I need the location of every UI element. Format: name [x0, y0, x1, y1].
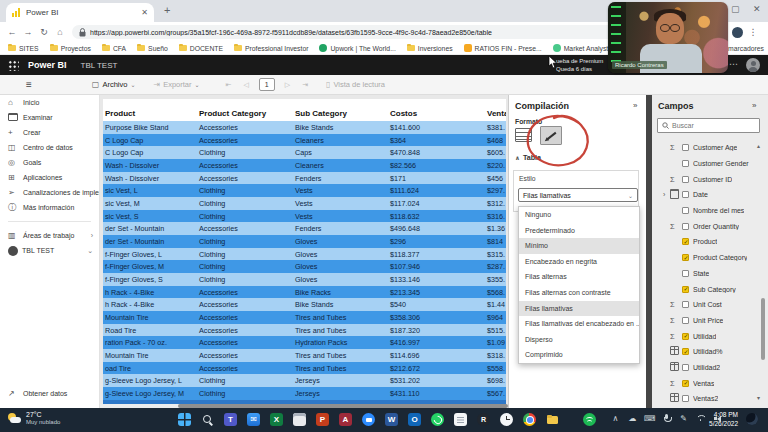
expander-icon[interactable] — [663, 317, 670, 324]
table-row[interactable]: Mountain Tire Accessories Tires and Tube… — [103, 349, 506, 362]
tray-icon[interactable] — [627, 412, 638, 425]
style-option[interactable]: Filas llamativas — [519, 301, 639, 317]
export-menu[interactable]: ⇥ Exportar ⌄ — [153, 80, 199, 89]
last-page-icon[interactable]: ⇥ — [302, 81, 308, 89]
field-checkbox[interactable] — [682, 223, 689, 230]
forward-icon[interactable]: → — [20, 27, 36, 37]
expander-icon[interactable] — [663, 238, 670, 245]
page-format-icon[interactable] — [540, 126, 562, 145]
table-row[interactable]: f-Finger Gloves, M Clothing Gloves $107.… — [103, 260, 506, 273]
table-section-header[interactable]: ∧Tabla — [515, 153, 541, 162]
page-number-box[interactable]: 1 — [259, 78, 275, 91]
style-option[interactable]: Filas llamativas del encabezado en ... — [519, 316, 639, 332]
style-option[interactable]: Filas alternas — [519, 269, 639, 285]
field-checkbox[interactable] — [682, 317, 689, 324]
taskbar-clock[interactable]: 4:08 PM 5/26/2022 — [696, 410, 738, 428]
nav-item-workspaces[interactable]: Áreas de trabajo › — [0, 228, 99, 243]
field-item[interactable]: Sub Category — [652, 281, 764, 297]
field-item[interactable]: State — [652, 266, 764, 282]
column-header[interactable]: Sub Category — [293, 109, 388, 118]
field-item[interactable]: Unit Cost — [652, 297, 764, 313]
field-checkbox[interactable] — [682, 364, 689, 371]
table-row[interactable]: f-Finger Gloves, L Clothing Gloves $118.… — [103, 248, 506, 261]
field-item[interactable]: Ventas2 — [652, 391, 764, 407]
expander-icon[interactable] — [663, 270, 670, 277]
browser-menu-icon[interactable]: ⋮ — [749, 27, 758, 37]
table-row[interactable]: Wash - Dissolver Accessories Cleaners $8… — [103, 159, 506, 172]
expander-icon[interactable] — [663, 301, 670, 308]
table-row[interactable]: h Rack - 4-Bike Accessories Bike Stands … — [103, 298, 506, 311]
taskbar-app-icon[interactable] — [224, 413, 237, 426]
account-avatar[interactable] — [746, 58, 760, 72]
bookmark-item[interactable]: Upwork | The World... — [319, 44, 395, 52]
bookmark-item[interactable]: Sueño — [137, 45, 168, 52]
field-checkbox[interactable] — [682, 286, 689, 293]
table-row[interactable]: Purpose Bike Stand Accessories Bike Stan… — [103, 121, 506, 134]
column-header[interactable]: Ventas — [485, 109, 506, 118]
field-checkbox[interactable] — [682, 333, 689, 340]
get-data-button[interactable]: ↗ Obtener datos — [0, 386, 100, 401]
nav-item[interactable]: Goals — [0, 155, 99, 170]
field-item[interactable]: Product — [652, 234, 764, 250]
taskbar-app-icon[interactable] — [546, 413, 559, 426]
expander-icon[interactable] — [663, 364, 670, 371]
tray-icon[interactable] — [661, 412, 672, 425]
bookmark-item[interactable]: Professional Investor — [234, 45, 308, 52]
field-item[interactable]: Customer Gender — [652, 156, 764, 172]
bookmark-item[interactable]: DOCENTE — [179, 45, 223, 52]
reading-view-button[interactable]: ▯ Vista de lectura — [326, 80, 385, 89]
field-checkbox[interactable] — [682, 301, 689, 308]
bookmark-item[interactable]: SITES — [8, 45, 39, 52]
expander-icon[interactable] — [663, 254, 670, 261]
table-row[interactable]: sic Vest, S Clothing Vests $118.632 $316… — [103, 210, 506, 223]
browser-tab[interactable]: Power BI ✕ — [6, 3, 154, 22]
back-icon[interactable]: ← — [4, 27, 20, 37]
nav-toggle-icon[interactable]: ≡ — [26, 79, 32, 90]
nav-item[interactable]: Crear — [0, 125, 99, 140]
taskbar-app-icon[interactable] — [178, 413, 191, 426]
table-row[interactable]: Wash - Dissolver Accessories Fenders $17… — [103, 172, 506, 185]
style-option[interactable]: Mínimo — [519, 238, 639, 254]
window-close-button[interactable]: ✕ — [753, 4, 761, 14]
field-item[interactable]: Nombre del mes — [652, 203, 764, 219]
field-checkbox[interactable] — [682, 176, 689, 183]
bookmark-item[interactable]: RATIOS FIN - Prese... — [464, 44, 542, 52]
style-option[interactable]: Disperso — [519, 332, 639, 348]
tray-icon[interactable] — [644, 412, 655, 425]
field-checkbox[interactable] — [682, 191, 689, 198]
nav-item[interactable]: Más información — [0, 200, 99, 215]
table-row[interactable]: ration Pack - 70 oz. Accessories Hydrati… — [103, 336, 506, 349]
new-tab-button[interactable]: + — [164, 4, 170, 16]
field-checkbox[interactable] — [682, 160, 689, 167]
nav-item[interactable]: Centro de datos — [0, 140, 99, 155]
tab-close-icon[interactable]: ✕ — [141, 8, 148, 17]
table-format-icon[interactable] — [515, 128, 532, 142]
field-item[interactable]: Customer Age — [652, 140, 764, 156]
nav-item[interactable]: Examinar — [0, 110, 99, 125]
prev-page-icon[interactable]: ◁ — [243, 81, 248, 89]
taskbar-app-icon[interactable] — [408, 413, 421, 426]
style-option[interactable]: Comprimido — [519, 347, 639, 363]
field-checkbox[interactable] — [682, 144, 689, 151]
field-item[interactable]: Ventas — [652, 375, 764, 391]
bookmark-item[interactable]: CFA — [102, 45, 126, 52]
field-item[interactable]: Customer ID — [652, 171, 764, 187]
next-page-icon[interactable]: ▷ — [285, 81, 290, 89]
field-checkbox[interactable] — [682, 207, 689, 214]
taskbar-app-icon[interactable] — [201, 413, 214, 426]
table-row[interactable]: g-Sleeve Logo Jersey, M Clothing Jerseys… — [103, 387, 506, 400]
tray-icon[interactable] — [610, 412, 621, 425]
style-select[interactable]: Filas llamativas ⌄ — [518, 188, 638, 202]
table-row[interactable]: sic Vest, M Clothing Vests $117.024 $312… — [103, 197, 506, 210]
nav-item-current-workspace[interactable]: TBL TEST ⌄ — [0, 243, 99, 258]
expander-icon[interactable] — [663, 207, 670, 214]
expander-icon[interactable] — [663, 223, 670, 230]
fields-scrollbar-thumb[interactable] — [761, 298, 765, 360]
table-row[interactable]: g-Sleeve Logo Jersey, L Clothing Jerseys… — [103, 374, 506, 387]
table-row[interactable]: oad Tire Accessories Tires and Tubes $21… — [103, 362, 506, 375]
table-row[interactable]: Mountain Tire Accessories Tires and Tube… — [103, 311, 506, 324]
table-row[interactable]: der Set - Mountain Accessories Fenders $… — [103, 222, 506, 235]
field-checkbox[interactable] — [682, 380, 689, 387]
column-header[interactable]: Costos — [388, 109, 485, 118]
refresh-icon[interactable]: ↻ — [36, 27, 52, 37]
